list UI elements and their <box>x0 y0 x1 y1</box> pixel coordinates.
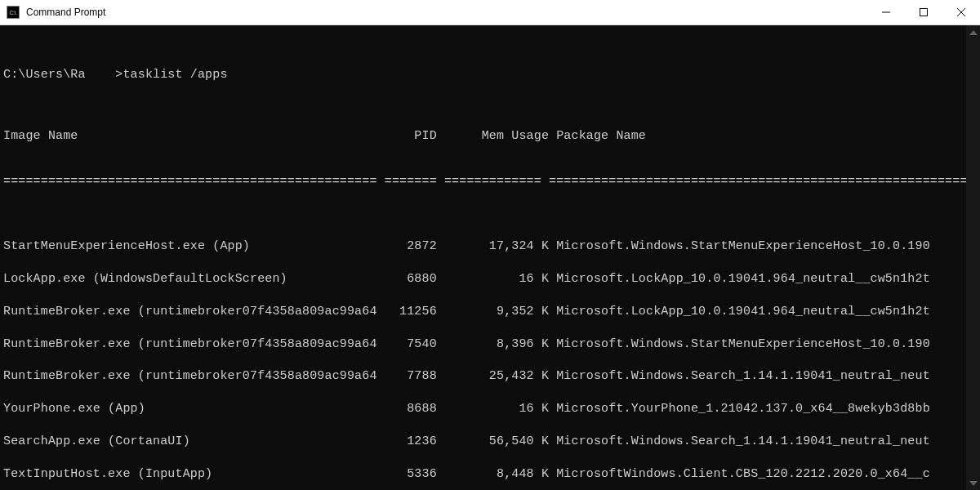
table-row: RuntimeBroker.exe (runtimebroker07f4358a… <box>3 305 980 320</box>
table-row: LockApp.exe (WindowsDefaultLockScreen) 6… <box>3 272 980 287</box>
table-row: TextInputHost.exe (InputApp) 5336 8,448 … <box>3 467 980 483</box>
table-row: YourPhone.exe (App) 8688 16 K Microsoft.… <box>3 402 980 417</box>
table-header: Image Name PID Mem Usage Package Name <box>3 129 980 145</box>
table-row: StartMenuExperienceHost.exe (App) 2872 1… <box>3 239 980 255</box>
scroll-down-icon[interactable] <box>966 476 980 490</box>
close-button[interactable] <box>942 0 980 24</box>
table-body: StartMenuExperienceHost.exe (App) 2872 1… <box>3 239 980 490</box>
maximize-button[interactable] <box>905 0 942 24</box>
titlebar: C:\. Command Prompt <box>0 0 980 25</box>
table-row: RuntimeBroker.exe (runtimebroker07f4358a… <box>3 369 980 385</box>
svg-rect-1 <box>920 9 928 16</box>
scrollbar[interactable] <box>966 25 980 490</box>
minimize-button[interactable] <box>867 0 905 24</box>
terminal-area[interactable]: C:\Users\Ra >tasklist /apps Image Name P… <box>0 25 980 490</box>
app-icon: C:\. <box>7 6 20 19</box>
window-title: Command Prompt <box>26 7 867 18</box>
window-controls <box>867 0 980 24</box>
command-text: tasklist /apps <box>122 68 227 82</box>
table-row: SearchApp.exe (CortanaUI) 1236 56,540 K … <box>3 434 980 450</box>
table-row: RuntimeBroker.exe (runtimebroker07f4358a… <box>3 337 980 353</box>
prompt-path: C:\Users\Ra <box>3 68 86 82</box>
terminal-content: C:\Users\Ra >tasklist /apps Image Name P… <box>0 25 980 490</box>
scroll-up-icon[interactable] <box>966 25 980 39</box>
table-divider: ========================================… <box>3 175 980 190</box>
